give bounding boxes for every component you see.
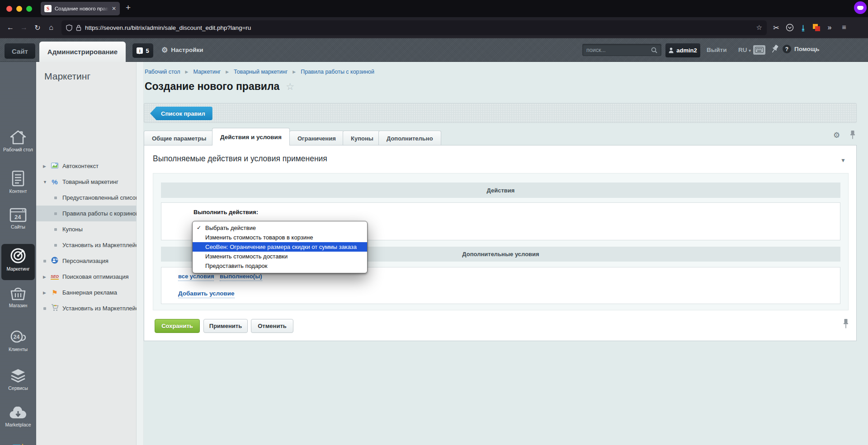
expand-arrow-icon[interactable]: ▶: [43, 275, 46, 279]
new-tab-button[interactable]: +: [126, 3, 131, 13]
window-controls[interactable]: [6, 6, 32, 12]
rules-list-button[interactable]: Список правил: [150, 107, 212, 120]
pocket-icon[interactable]: [786, 23, 794, 32]
site-view-tab[interactable]: Сайт: [5, 43, 35, 59]
svg-text:%: %: [56, 258, 58, 261]
extension-icon[interactable]: [813, 24, 820, 31]
bullet-icon: [54, 212, 57, 215]
rail-item-content[interactable]: Контент: [0, 170, 36, 194]
footer-pin-icon[interactable]: [842, 319, 849, 329]
notifications-button[interactable]: i 5: [132, 43, 153, 58]
menu-item-install-marketplace[interactable]: Установить из Маркетплейс: [36, 300, 137, 316]
tab-actions-conditions[interactable]: Действия и условия: [212, 128, 290, 145]
logout-link[interactable]: Выйти: [707, 47, 727, 53]
clients-24-text: 24: [14, 334, 20, 340]
cancel-button[interactable]: Отменить: [251, 319, 293, 333]
user-menu-button[interactable]: admin2: [665, 43, 700, 57]
dropdown-option[interactable]: Изменить стоимость доставки: [193, 252, 367, 261]
dropdown-option[interactable]: Изменить стоимость товаров в корзине: [193, 233, 367, 242]
menu-item-coupons[interactable]: Купоны: [36, 221, 137, 237]
tab-close-icon[interactable]: ✕: [112, 5, 116, 12]
browser-profile-icon[interactable]: [854, 1, 867, 14]
help-button[interactable]: ? Помощь: [783, 45, 820, 53]
settings-button[interactable]: ⚙ Настройки: [161, 46, 203, 54]
bookmark-star-icon[interactable]: ☆: [756, 23, 762, 32]
tab-restrictions[interactable]: Ограничения: [289, 131, 344, 145]
rail-item-sites[interactable]: 24 Сайты: [0, 208, 36, 230]
close-window-button[interactable]: [6, 6, 12, 12]
administration-tab[interactable]: Администрирование: [39, 42, 126, 62]
minimize-window-button[interactable]: [16, 6, 22, 12]
cart-icon: [51, 304, 59, 313]
breadcrumb-desktop[interactable]: Рабочий стол: [145, 69, 180, 75]
screenshot-icon[interactable]: ✂: [771, 23, 781, 32]
hotkeys-button[interactable]: [753, 45, 765, 55]
url-text[interactable]: https://seoven.ru/bitrix/admin/sale_disc…: [85, 24, 251, 31]
downloads-icon[interactable]: ⭳: [798, 24, 808, 32]
expand-arrow-icon[interactable]: ▶: [43, 290, 46, 295]
menu-resize-gutter[interactable]: [137, 62, 144, 445]
reload-icon[interactable]: ↻: [31, 23, 44, 32]
menu-item-install-marketplace-sub[interactable]: Установить из Маркетплейс: [36, 237, 137, 253]
conditions-met-link[interactable]: выполнено(ы): [220, 273, 262, 281]
pin-panel-icon[interactable]: [771, 44, 779, 54]
chevron-down-icon: ▾: [749, 48, 751, 53]
rail-item-bitrix24[interactable]: Переход в Битрикс24: [0, 443, 36, 445]
save-button[interactable]: Сохранить: [155, 319, 200, 333]
overflow-menu-icon[interactable]: »: [825, 23, 835, 32]
menu-item-seo[interactable]: ▶ SEO Поисковая оптимизация: [36, 269, 137, 285]
language-selector[interactable]: RU ▾: [738, 47, 751, 53]
search-icon[interactable]: [651, 47, 657, 53]
breadcrumb-product-marketing[interactable]: Товарный маркетинг: [234, 69, 288, 75]
menu-item-autocontext[interactable]: ▶ Автоконтекст: [36, 158, 137, 174]
lock-icon[interactable]: [76, 24, 81, 31]
tab-coupons[interactable]: Купоны: [343, 131, 382, 145]
menu-item-product-marketing[interactable]: ▼ % Товарный маркетинг: [36, 174, 137, 190]
shield-icon[interactable]: [66, 24, 72, 31]
tab-general[interactable]: Общие параметры: [144, 131, 214, 145]
keyboard-icon: [755, 47, 764, 53]
breadcrumb-marketing[interactable]: Маркетинг: [193, 69, 221, 75]
collapse-arrow-icon[interactable]: ▼: [43, 180, 47, 184]
dropdown-option-highlighted[interactable]: СеоВен: Ограничение размера скидки от су…: [193, 242, 367, 252]
admin-search[interactable]: [582, 44, 661, 56]
rail-item-services[interactable]: Сервисы: [0, 368, 36, 391]
module-rail: Рабочий стол Контент 24 Сайты Маркетинг …: [0, 62, 36, 445]
bullet-icon: [54, 197, 57, 199]
browser-tab[interactable]: S Создание нового правила - Се ✕: [41, 2, 120, 15]
expand-arrow-icon[interactable]: ▶: [43, 164, 46, 169]
basket-icon: [9, 286, 27, 301]
breadcrumb-cart-rules[interactable]: Правила работы с корзиной: [301, 69, 374, 75]
menu-item-banner-ads[interactable]: ▶ ⚑ Баннерная реклама: [36, 285, 137, 300]
rail-item-clients[interactable]: 24 Клиенты: [0, 329, 36, 352]
home-icon[interactable]: ⌂: [44, 23, 58, 32]
rail-item-desktop[interactable]: Рабочий стол: [0, 130, 36, 153]
bullet-icon: [43, 307, 46, 310]
dropdown-option[interactable]: ✓ Выбрать действие: [193, 223, 367, 233]
zoom-window-button[interactable]: [26, 6, 32, 12]
apply-button[interactable]: Применить: [203, 319, 248, 333]
rail-item-store[interactable]: Магазин: [0, 286, 36, 309]
search-input[interactable]: [586, 47, 645, 53]
form-settings-gear-icon[interactable]: ⚙: [833, 131, 840, 140]
breadcrumb-separator-icon: ▶: [185, 70, 188, 74]
all-conditions-link[interactable]: все условия: [178, 273, 214, 281]
rail-item-marketing[interactable]: Маркетинг: [0, 247, 36, 272]
favorite-star-icon[interactable]: ☆: [286, 81, 294, 92]
hamburger-menu-icon[interactable]: ≡: [839, 23, 849, 32]
tab-additional[interactable]: Дополнительно: [378, 131, 441, 145]
menu-item-cart-rules[interactable]: Правила работы с корзиной: [36, 206, 137, 221]
back-icon[interactable]: ←: [4, 23, 17, 32]
add-condition-link[interactable]: Добавить условие: [178, 290, 235, 298]
autocontext-icon: [51, 163, 59, 170]
form-pin-icon[interactable]: [849, 130, 856, 140]
collapse-section-icon[interactable]: ▼: [840, 157, 846, 164]
rail-item-marketplace[interactable]: Marketplace: [0, 407, 36, 428]
menu-item-personalization[interactable]: % Персонализация: [36, 253, 137, 269]
menu-title: Маркетинг: [44, 71, 90, 82]
address-bar[interactable]: https://seoven.ru/bitrix/admin/sale_disc…: [61, 20, 767, 35]
breadcrumb-separator-icon: ▶: [292, 70, 296, 74]
dropdown-option[interactable]: Предоставить подарок: [193, 261, 367, 271]
menu-item-preset-list[interactable]: Предустановленный список: [36, 190, 137, 206]
gear-icon: ⚙: [161, 46, 168, 54]
